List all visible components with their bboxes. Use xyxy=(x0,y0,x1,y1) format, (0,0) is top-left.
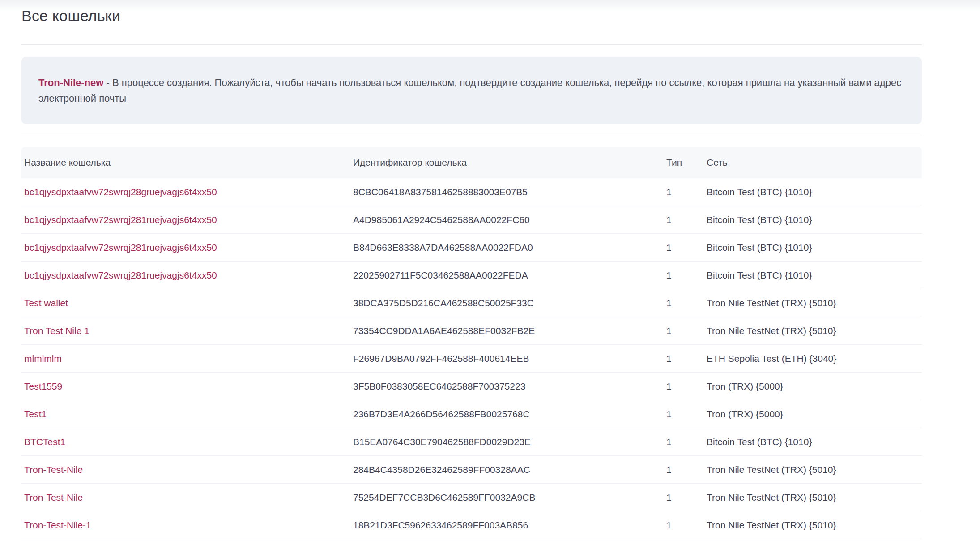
table-row: Test15593F5B0F0383058EC6462588F700375223… xyxy=(21,373,922,400)
wallet-name-cell: Test1559 xyxy=(21,373,350,400)
wallet-type-cell: 1 xyxy=(664,289,704,317)
wallet-name-cell: bc1qjysdpxtaafvw72swrqj281ruejvagjs6t4xx… xyxy=(21,206,350,234)
wallet-id-cell: 3F5B0F0383058EC6462588F700375223 xyxy=(350,373,664,400)
wallet-id-cell: B15EA0764C30E790462588FD0029D23E xyxy=(350,428,664,456)
wallet-name-link[interactable]: BTCTest1 xyxy=(24,437,65,447)
wallet-id-cell: 8CBC06418A83758146258883003E07B5 xyxy=(350,178,664,206)
wallet-name-link[interactable]: bc1qjysdpxtaafvw72swrqj281ruejvagjs6t4xx… xyxy=(24,214,217,225)
wallet-name-cell: Tron Test Nile 1 xyxy=(21,317,350,345)
wallet-network-cell: Bitcoin Test (BTC) {1010} xyxy=(704,262,922,289)
table-row: bc1qjysdpxtaafvw72swrqj281ruejvagjs6t4xx… xyxy=(21,206,922,234)
wallet-name-link[interactable]: bc1qjysdpxtaafvw72swrqj281ruejvagjs6t4xx… xyxy=(24,270,217,280)
wallet-name-link[interactable]: Test wallet xyxy=(24,298,68,308)
wallet-name-link[interactable]: Tron-Test-Nile-1 xyxy=(24,520,91,530)
wallet-network-cell: Tron Nile TestNet (TRX) {5010} xyxy=(704,317,922,345)
table-row: bc1qjysdpxtaafvw72swrqj281ruejvagjs6t4xx… xyxy=(21,262,922,289)
wallet-type-cell: 1 xyxy=(664,317,704,345)
wallet-type-cell: 1 xyxy=(664,456,704,484)
wallet-id-cell: 38DCA375D5D216CA462588C50025F33C xyxy=(350,289,664,317)
alert-message: - В процессе создания. Пожалуйста, чтобы… xyxy=(38,77,901,104)
wallet-type-cell: 1 xyxy=(664,511,704,539)
wallet-name-cell: Tron-Test-Nile xyxy=(21,456,350,484)
alert-wallet-name: Tron-Nile-new xyxy=(38,77,103,88)
wallet-type-cell: 1 xyxy=(664,400,704,428)
column-header-wallet-name: Название кошелька xyxy=(21,147,350,178)
page-title: Все кошельки xyxy=(21,7,922,25)
wallet-id-cell: 73354CC9DDA1A6AE462588EF0032FB2E xyxy=(350,317,664,345)
wallet-network-cell: Bitcoin Test (BTC) {1010} xyxy=(704,178,922,206)
wallets-page: Все кошельки Tron-Nile-new - В процессе … xyxy=(21,0,922,539)
wallet-name-cell: BTCTest1 xyxy=(21,428,350,456)
wallet-name-link[interactable]: bc1qjysdpxtaafvw72swrqj28gruejvagjs6t4xx… xyxy=(24,187,217,197)
column-header-type: Тип xyxy=(664,147,704,178)
wallet-network-cell: Tron Nile TestNet (TRX) {5010} xyxy=(704,511,922,539)
column-header-wallet-id: Идентификатор кошелька xyxy=(350,147,664,178)
wallet-network-cell: Tron (TRX) {5000} xyxy=(704,373,922,400)
wallet-network-cell: Tron Nile TestNet (TRX) {5010} xyxy=(704,456,922,484)
wallet-network-cell: Bitcoin Test (BTC) {1010} xyxy=(704,428,922,456)
wallet-network-cell: Tron (TRX) {5000} xyxy=(704,400,922,428)
wallet-name-cell: Test wallet xyxy=(21,289,350,317)
wallet-type-cell: 1 xyxy=(664,178,704,206)
table-row: Test wallet38DCA375D5D216CA462588C50025F… xyxy=(21,289,922,317)
table-row: BTCTest1B15EA0764C30E790462588FD0029D23E… xyxy=(21,428,922,456)
wallet-network-cell: Bitcoin Test (BTC) {1010} xyxy=(704,206,922,234)
table-row: mlmlmlmF26967D9BA0792FF462588F400614EEB1… xyxy=(21,345,922,373)
wallet-network-cell: Tron Nile TestNet (TRX) {5010} xyxy=(704,289,922,317)
wallet-type-cell: 1 xyxy=(664,234,704,262)
wallet-name-link[interactable]: Tron-Test-Nile xyxy=(24,464,83,475)
table-row: Test1236B7D3E4A266D56462588FB0025768C1Tr… xyxy=(21,400,922,428)
wallets-table: Название кошелькаИдентификатор кошелькаТ… xyxy=(21,147,922,539)
wallet-name-link[interactable]: Tron Test Nile 1 xyxy=(24,326,89,336)
table-row: bc1qjysdpxtaafvw72swrqj281ruejvagjs6t4xx… xyxy=(21,234,922,262)
wallet-id-cell: 18B21D3FC5962633462589FF003AB856 xyxy=(350,511,664,539)
table-row: Tron-Test-Nile284B4C4358D26E32462589FF00… xyxy=(21,456,922,484)
wallet-type-cell: 1 xyxy=(664,345,704,373)
wallet-creation-alert: Tron-Nile-new - В процессе создания. Пож… xyxy=(21,57,922,124)
wallet-id-cell: 22025902711F5C03462588AA0022FEDA xyxy=(350,262,664,289)
title-divider xyxy=(21,44,922,45)
wallet-table-body: bc1qjysdpxtaafvw72swrqj28gruejvagjs6t4xx… xyxy=(21,178,922,539)
wallet-name-link[interactable]: Tron-Test-Nile xyxy=(24,492,83,502)
wallet-type-cell: 1 xyxy=(664,262,704,289)
wallet-id-cell: B84D663E8338A7DA462588AA0022FDA0 xyxy=(350,234,664,262)
wallet-id-cell: F26967D9BA0792FF462588F400614EEB xyxy=(350,345,664,373)
table-row: Tron Test Nile 173354CC9DDA1A6AE462588EF… xyxy=(21,317,922,345)
wallet-name-cell: Test1 xyxy=(21,400,350,428)
wallet-network-cell: Bitcoin Test (BTC) {1010} xyxy=(704,234,922,262)
table-row: Tron-Test-Nile75254DEF7CCB3D6C462589FF00… xyxy=(21,484,922,511)
wallet-id-cell: 75254DEF7CCB3D6C462589FF0032A9CB xyxy=(350,484,664,511)
wallet-name-link[interactable]: Test1 xyxy=(24,409,47,419)
wallet-network-cell: ETH Sepolia Test (ETH) {3040} xyxy=(704,345,922,373)
table-row: Tron-Test-Nile-118B21D3FC5962633462589FF… xyxy=(21,511,922,539)
table-divider xyxy=(21,136,922,136)
wallet-network-cell: Tron Nile TestNet (TRX) {5010} xyxy=(704,484,922,511)
wallet-name-cell: bc1qjysdpxtaafvw72swrqj28gruejvagjs6t4xx… xyxy=(21,178,350,206)
wallet-name-cell: Tron-Test-Nile xyxy=(21,484,350,511)
wallet-name-cell: bc1qjysdpxtaafvw72swrqj281ruejvagjs6t4xx… xyxy=(21,234,350,262)
wallet-id-cell: 284B4C4358D26E32462589FF00328AAC xyxy=(350,456,664,484)
wallet-name-link[interactable]: mlmlmlm xyxy=(24,353,62,364)
table-row: bc1qjysdpxtaafvw72swrqj28gruejvagjs6t4xx… xyxy=(21,178,922,206)
wallets-table-head: Название кошелькаИдентификатор кошелькаТ… xyxy=(21,147,922,178)
wallet-table-head-row: Название кошелькаИдентификатор кошелькаТ… xyxy=(21,147,922,178)
wallet-id-cell: 236B7D3E4A266D56462588FB0025768C xyxy=(350,400,664,428)
wallet-name-cell: bc1qjysdpxtaafvw72swrqj281ruejvagjs6t4xx… xyxy=(21,262,350,289)
wallet-type-cell: 1 xyxy=(664,206,704,234)
wallet-name-link[interactable]: bc1qjysdpxtaafvw72swrqj281ruejvagjs6t4xx… xyxy=(24,242,217,253)
wallet-name-cell: mlmlmlm xyxy=(21,345,350,373)
wallet-type-cell: 1 xyxy=(664,484,704,511)
wallet-id-cell: A4D985061A2924C5462588AA0022FC60 xyxy=(350,206,664,234)
wallet-name-link[interactable]: Test1559 xyxy=(24,381,62,391)
column-header-network: Сеть xyxy=(704,147,922,178)
wallet-type-cell: 1 xyxy=(664,428,704,456)
wallet-type-cell: 1 xyxy=(664,373,704,400)
wallet-name-cell: Tron-Test-Nile-1 xyxy=(21,511,350,539)
